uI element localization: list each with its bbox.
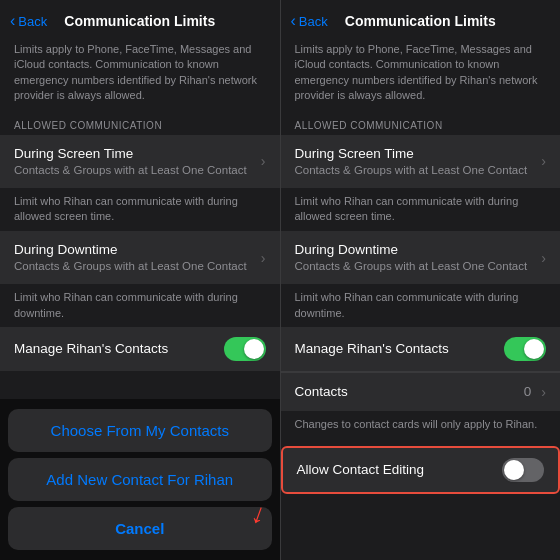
left-during-downtime-chevron-icon: › <box>261 250 266 266</box>
right-during-screen-title: During Screen Time <box>295 145 536 163</box>
right-back-label: Back <box>299 14 328 29</box>
left-description: Limits apply to Phone, FaceTime, Message… <box>0 38 280 114</box>
left-section-header: ALLOWED COMMUNICATION <box>0 114 280 135</box>
right-section-header: ALLOWED COMMUNICATION <box>281 114 561 135</box>
right-contacts-content: Contacts <box>295 383 524 401</box>
right-manage-contacts-row: Manage Rihan's Contacts <box>281 327 561 372</box>
left-manage-contacts-label: Manage Rihan's Contacts <box>14 340 224 358</box>
left-during-screen-title: During Screen Time <box>14 145 255 163</box>
right-manage-contacts-label: Manage Rihan's Contacts <box>295 340 505 358</box>
right-downtime-group: During Downtime Contacts & Groups with a… <box>281 231 561 284</box>
right-manage-group: Manage Rihan's Contacts Contacts 0 › <box>281 327 561 411</box>
right-description: Limits apply to Phone, FaceTime, Message… <box>281 38 561 114</box>
right-settings-group: During Screen Time Contacts & Groups wit… <box>281 135 561 188</box>
left-downtime-description: Limit who Rihan can communicate with dur… <box>0 286 280 327</box>
left-toggle-knob <box>244 339 264 359</box>
right-during-downtime-content: During Downtime Contacts & Groups with a… <box>295 241 536 274</box>
left-during-screen-content: During Screen Time Contacts & Groups wit… <box>14 145 255 178</box>
left-during-downtime-title: During Downtime <box>14 241 255 259</box>
right-during-downtime-subtitle: Contacts & Groups with at Least One Cont… <box>295 259 536 274</box>
right-during-screen-subtitle: Contacts & Groups with at Least One Cont… <box>295 163 536 178</box>
left-back-chevron-icon: ‹ <box>10 12 15 30</box>
right-manage-contacts-toggle[interactable] <box>504 337 546 361</box>
left-during-downtime-subtitle: Contacts & Groups with at Least One Cont… <box>14 259 255 274</box>
action-sheet: Choose From My Contacts Add New Contact … <box>0 399 280 560</box>
right-contacts-label: Contacts <box>295 383 524 401</box>
left-during-screen-subtitle: Contacts & Groups with at Least One Cont… <box>14 163 255 178</box>
cancel-button[interactable]: Cancel <box>8 507 272 550</box>
left-manage-contacts-group: Manage Rihan's Contacts <box>0 327 280 371</box>
left-settings-group: During Screen Time Contacts & Groups wit… <box>0 135 280 188</box>
left-nav-bar: ‹ Back Communication Limits <box>0 0 280 38</box>
right-manage-contacts-content: Manage Rihan's Contacts <box>295 340 505 358</box>
right-screen-description: Limit who Rihan can communicate with dur… <box>281 190 561 231</box>
right-during-screen-chevron-icon: › <box>541 153 546 169</box>
right-allow-editing-toggle[interactable] <box>502 458 544 482</box>
right-contacts-description: Changes to contact cards will only apply… <box>281 413 561 438</box>
left-back-button[interactable]: ‹ Back <box>10 12 47 30</box>
right-contacts-row[interactable]: Contacts 0 › <box>281 372 561 411</box>
left-manage-contacts-toggle[interactable] <box>224 337 266 361</box>
left-during-screen-row[interactable]: During Screen Time Contacts & Groups wit… <box>0 135 280 188</box>
add-new-contact-button[interactable]: Add New Contact For Rihan <box>8 458 272 501</box>
right-back-chevron-icon: ‹ <box>291 12 296 30</box>
right-panel: ‹ Back Communication Limits Limits apply… <box>280 0 561 560</box>
right-downtime-description: Limit who Rihan can communicate with dur… <box>281 286 561 327</box>
right-during-downtime-title: During Downtime <box>295 241 536 259</box>
left-panel: ‹ Back Communication Limits Limits apply… <box>0 0 280 560</box>
right-allow-editing-row: Allow Contact Editing <box>281 446 561 494</box>
left-screen-description: Limit who Rihan can communicate with dur… <box>0 190 280 231</box>
right-toggle-knob <box>524 339 544 359</box>
right-during-screen-content: During Screen Time Contacts & Groups wit… <box>295 145 536 178</box>
left-during-screen-chevron-icon: › <box>261 153 266 169</box>
right-allow-editing-content: Allow Contact Editing <box>297 461 503 479</box>
right-allow-editing-knob <box>504 460 524 480</box>
left-during-downtime-content: During Downtime Contacts & Groups with a… <box>14 241 255 274</box>
left-manage-contacts-row: Manage Rihan's Contacts <box>0 327 280 371</box>
right-allow-editing-label: Allow Contact Editing <box>297 461 503 479</box>
right-during-downtime-row[interactable]: During Downtime Contacts & Groups with a… <box>281 231 561 284</box>
right-contacts-value: 0 <box>524 384 532 399</box>
left-downtime-group: During Downtime Contacts & Groups with a… <box>0 231 280 284</box>
right-during-downtime-chevron-icon: › <box>541 250 546 266</box>
left-manage-contacts-content: Manage Rihan's Contacts <box>14 340 224 358</box>
right-nav-title: Communication Limits <box>345 13 496 29</box>
right-back-button[interactable]: ‹ Back <box>291 12 328 30</box>
right-during-screen-row[interactable]: During Screen Time Contacts & Groups wit… <box>281 135 561 188</box>
left-nav-title: Communication Limits <box>64 13 215 29</box>
right-nav-bar: ‹ Back Communication Limits <box>281 0 561 38</box>
left-during-downtime-row[interactable]: During Downtime Contacts & Groups with a… <box>0 231 280 284</box>
choose-contacts-button[interactable]: Choose From My Contacts <box>8 409 272 452</box>
right-contacts-chevron-icon: › <box>541 384 546 400</box>
left-back-label: Back <box>18 14 47 29</box>
